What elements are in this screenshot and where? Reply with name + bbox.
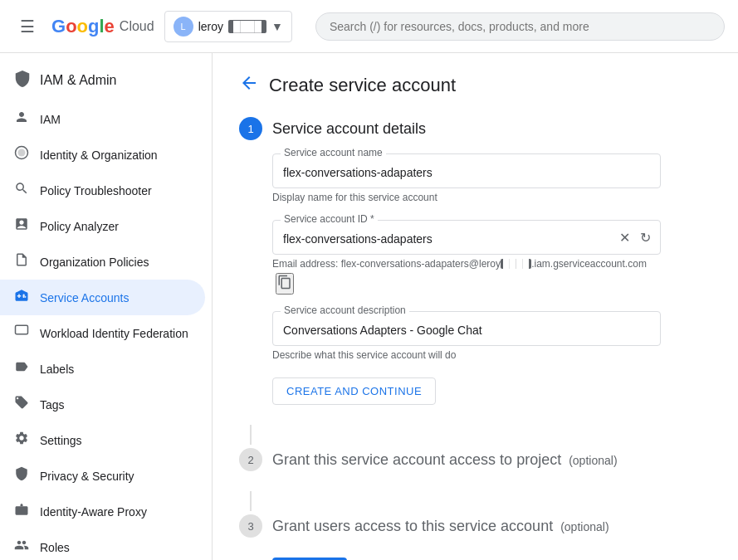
step3-optional: (optional) <box>560 520 608 533</box>
sidebar-item-iam-label: IAM <box>40 113 61 126</box>
sidebar-item-identity-aware-proxy[interactable]: Identity-Aware Proxy <box>0 494 205 529</box>
sidebar-item-policy-analyzer[interactable]: Policy Analyzer <box>0 208 205 244</box>
page-header: Create service account <box>239 73 711 97</box>
refresh-id-button[interactable]: ↻ <box>637 226 654 249</box>
step1-actions: CREATE AND CONTINUE <box>272 377 711 405</box>
main-content: Create service account 1 Service account… <box>213 53 738 560</box>
step1-content: Service account name Display name for th… <box>272 153 711 405</box>
service-account-description-field: Service account description Describe wha… <box>272 311 711 361</box>
search-input[interactable] <box>315 12 725 41</box>
project-avatar: L <box>174 17 193 37</box>
sidebar-item-privacy-security[interactable]: Privacy & Security <box>0 458 205 494</box>
service-account-id-field: Service account ID ✕ ↻ Email address: fl… <box>272 220 711 295</box>
sidebar-item-settings[interactable]: Settings <box>0 422 205 458</box>
clear-id-button[interactable]: ✕ <box>616 226 633 249</box>
service-account-description-hint: Describe what this service account will … <box>272 349 711 361</box>
page-title: Create service account <box>269 75 456 96</box>
sidebar-item-iam[interactable]: IAM <box>0 101 205 137</box>
project-name: leroy <box>198 20 223 33</box>
sidebar-item-labels[interactable]: Labels <box>0 351 205 387</box>
workload-identity-icon <box>13 324 30 343</box>
step1-header: 1 Service account details <box>239 117 711 140</box>
service-account-id-input[interactable] <box>272 220 661 255</box>
step3-header: 3 Grant users access to this service acc… <box>239 514 711 538</box>
service-account-name-hint: Display name for this service account <box>272 192 711 203</box>
id-input-actions: ✕ ↻ <box>616 226 654 249</box>
sidebar-item-org-policies[interactable]: Organization Policies <box>0 244 205 280</box>
step2-section: 2 Grant this service account access to p… <box>239 448 711 471</box>
copy-email-button[interactable] <box>276 273 294 295</box>
back-button[interactable] <box>239 73 259 97</box>
email-prefix: Email address: flex-conversations-adapat… <box>272 258 501 270</box>
sidebar-item-identity-org-label: Identity & Organization <box>40 149 158 162</box>
sidebar-item-service-accounts-label: Service Accounts <box>40 291 129 304</box>
policy-troubleshooter-icon <box>13 181 30 200</box>
settings-icon <box>13 431 30 450</box>
sidebar-item-workload-identity[interactable]: Workload Identity Federation <box>0 315 205 351</box>
logo-g-yellow: o <box>77 16 88 37</box>
identity-org-icon <box>13 145 30 164</box>
service-account-id-label: Service account ID <box>281 213 378 225</box>
topbar: ☰ Google Cloud L leroy ████ ▼ <box>0 0 738 53</box>
logo-g-blue2: g <box>88 16 99 37</box>
sidebar-item-tags-label: Tags <box>40 398 65 411</box>
sidebar-item-org-policies-label: Organization Policies <box>40 256 149 269</box>
google-cloud-logo: Google Cloud <box>51 16 154 37</box>
step1-title: Service account details <box>272 120 426 138</box>
email-redacted: ████ <box>501 259 531 269</box>
sidebar-item-tags[interactable]: Tags <box>0 387 205 422</box>
org-policies-icon <box>13 252 30 271</box>
service-account-name-input[interactable] <box>272 153 661 188</box>
step3-section: 3 Grant users access to this service acc… <box>239 514 711 538</box>
sidebar-item-roles[interactable]: Roles <box>0 529 205 560</box>
step-connector-2-3 <box>250 491 252 511</box>
step2-header: 2 Grant this service account access to p… <box>239 448 711 471</box>
sidebar-item-service-accounts[interactable]: Service Accounts <box>0 280 205 315</box>
step3-number: 3 <box>239 514 262 538</box>
sidebar-header-title: IAM & Admin <box>40 73 116 88</box>
sidebar-header: IAM & Admin <box>0 60 212 101</box>
tags-icon <box>13 395 30 414</box>
sidebar-item-policy-troubleshooter-label: Policy Troubleshooter <box>40 184 152 197</box>
project-selector[interactable]: L leroy ████ ▼ <box>164 11 292 42</box>
sidebar: IAM & Admin IAM Identity & Organization … <box>0 53 213 560</box>
cloud-text: Cloud <box>120 19 154 34</box>
sidebar-item-policy-troubleshooter[interactable]: Policy Troubleshooter <box>0 173 205 208</box>
logo-g-red: o <box>66 16 76 37</box>
logo-g-blue: G <box>51 16 66 37</box>
svg-rect-1 <box>16 325 28 334</box>
step1-number: 1 <box>239 117 262 140</box>
iam-admin-icon <box>13 70 32 91</box>
labels-icon <box>13 359 30 378</box>
sidebar-item-identity-aware-proxy-label: Identity-Aware Proxy <box>40 505 147 519</box>
sidebar-item-roles-label: Roles <box>40 541 70 554</box>
roles-icon <box>13 538 30 557</box>
step2-optional: (optional) <box>569 454 617 467</box>
logo-g-red2: e <box>105 16 115 37</box>
menu-icon[interactable]: ☰ <box>13 10 42 43</box>
sidebar-item-labels-label: Labels <box>40 363 74 376</box>
service-accounts-icon <box>13 288 30 307</box>
step1-section: 1 Service account details Service accoun… <box>239 117 711 405</box>
identity-aware-proxy-icon <box>13 502 30 521</box>
sidebar-item-privacy-security-label: Privacy & Security <box>40 470 134 483</box>
sidebar-item-policy-analyzer-label: Policy Analyzer <box>40 220 119 233</box>
step2-number: 2 <box>239 448 262 471</box>
iam-icon <box>13 110 30 129</box>
sidebar-item-workload-identity-label: Workload Identity Federation <box>40 327 188 340</box>
sidebar-item-identity-org[interactable]: Identity & Organization <box>0 137 205 173</box>
step3-title: Grant users access to this service accou… <box>272 518 609 535</box>
step-connector-1-2 <box>250 425 252 445</box>
project-dropdown-icon: ▼ <box>271 20 283 33</box>
create-and-continue-button[interactable]: CREATE AND CONTINUE <box>272 377 436 405</box>
service-account-name-label: Service account name <box>281 147 386 158</box>
email-suffix: .iam.gserviceaccount.com <box>531 258 647 270</box>
privacy-security-icon <box>13 466 30 485</box>
service-account-description-input[interactable] <box>272 311 661 346</box>
policy-analyzer-icon <box>13 217 30 236</box>
service-account-email: Email address: flex-conversations-adapat… <box>272 258 711 270</box>
step2-title: Grant this service account access to pro… <box>272 451 618 469</box>
project-id-redacted: ████ <box>228 20 266 33</box>
service-account-name-field: Service account name Display name for th… <box>272 153 711 203</box>
main-layout: IAM & Admin IAM Identity & Organization … <box>0 53 738 560</box>
